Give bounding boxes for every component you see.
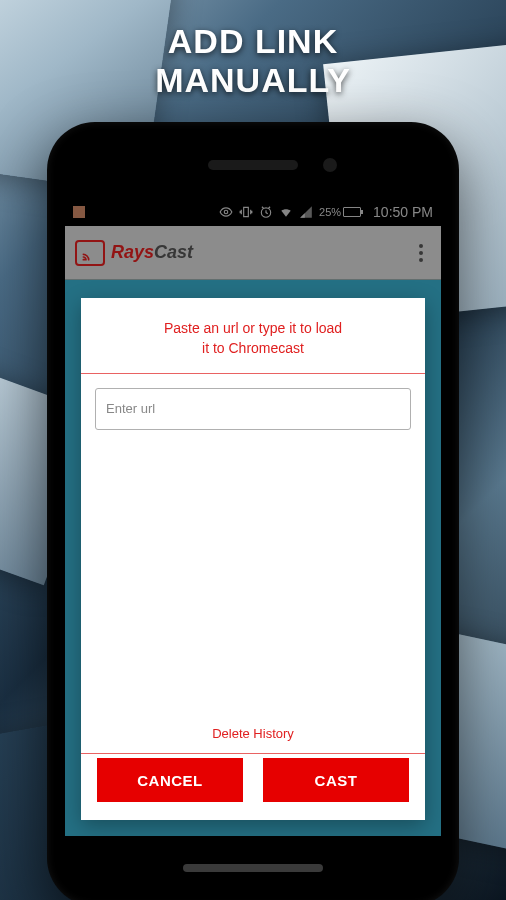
promo-headline-line2: MANUALLY bbox=[0, 61, 506, 100]
signal-icon bbox=[299, 205, 313, 219]
wifi-icon bbox=[279, 205, 293, 219]
phone-speaker bbox=[208, 160, 298, 170]
battery-indicator: 25% bbox=[319, 206, 361, 218]
vibrate-icon bbox=[239, 205, 253, 219]
battery-percent: 25% bbox=[319, 206, 341, 218]
phone-home-indicator bbox=[183, 864, 323, 872]
eye-icon bbox=[219, 205, 233, 219]
cast-icon bbox=[75, 240, 105, 266]
notification-icon bbox=[73, 206, 85, 218]
add-link-dialog: Paste an url or type it to load it to Ch… bbox=[81, 298, 425, 820]
svg-point-0 bbox=[224, 210, 228, 214]
alarm-icon bbox=[259, 205, 273, 219]
app-title: RaysCast bbox=[111, 242, 193, 263]
dialog-title: Paste an url or type it to load it to Ch… bbox=[81, 298, 425, 373]
app-title-suffix: Cast bbox=[154, 242, 193, 263]
phone-frame: 25% 10:50 PM RaysCast bbox=[47, 122, 459, 900]
phone-screen: 25% 10:50 PM RaysCast bbox=[65, 198, 441, 836]
app-bar: RaysCast bbox=[65, 226, 441, 280]
promo-headline: ADD LINK MANUALLY bbox=[0, 22, 506, 100]
android-statusbar: 25% 10:50 PM bbox=[65, 198, 441, 226]
app-title-prefix: Rays bbox=[111, 242, 154, 263]
divider bbox=[81, 753, 425, 754]
divider bbox=[81, 373, 425, 374]
overflow-menu-button[interactable] bbox=[411, 236, 431, 270]
statusbar-clock: 10:50 PM bbox=[373, 204, 433, 220]
cast-button[interactable]: CAST bbox=[263, 758, 409, 802]
phone-camera bbox=[323, 158, 337, 172]
delete-history-link[interactable]: Delete History bbox=[81, 716, 425, 753]
dialog-button-row: CANCEL CAST bbox=[81, 754, 425, 820]
promo-headline-line1: ADD LINK bbox=[0, 22, 506, 61]
url-input[interactable] bbox=[95, 388, 411, 430]
cancel-button[interactable]: CANCEL bbox=[97, 758, 243, 802]
